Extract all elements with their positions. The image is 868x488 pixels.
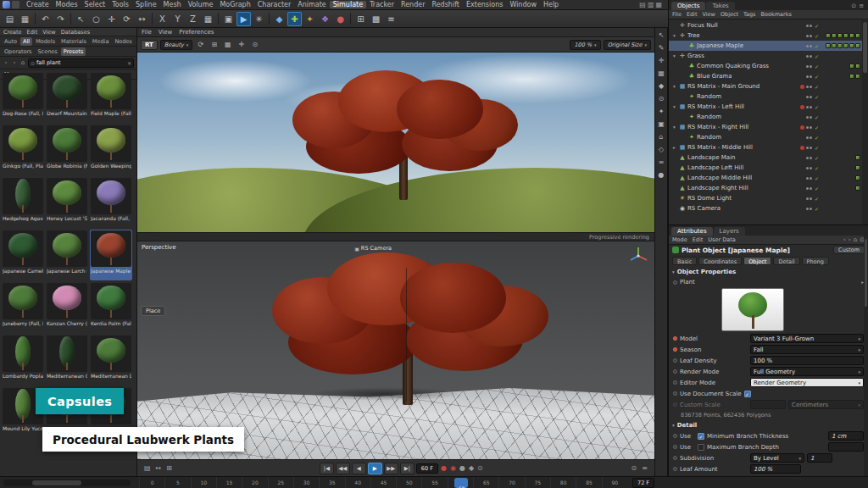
custom-scale-unit-dropdown[interactable]: Centimeters▾ — [788, 400, 864, 409]
enabled-check-icon[interactable]: ✓ — [814, 53, 820, 59]
toolbar-icon[interactable]: ▣ — [221, 12, 236, 26]
custom-button[interactable]: Custom — [833, 246, 865, 254]
object-tree-item[interactable]: ▸ ▦ RS Matrix - Middle Hill ✓ — [669, 142, 862, 152]
objects-menu-item[interactable]: Edit — [687, 11, 698, 18]
menubar-item[interactable]: Render — [398, 1, 428, 8]
object-tree-item[interactable]: ♣ Japanese Maple ✓ — [669, 41, 862, 51]
transport-aux-icon[interactable]: ≡ — [642, 464, 648, 472]
toolbar-icon[interactable]: ✛ — [104, 12, 119, 26]
plant-asset[interactable]: Golden Weeping Willo... — [90, 125, 132, 175]
toolbar-icon[interactable]: ◆ — [272, 12, 287, 26]
toolbar-icon[interactable]: ↔ — [135, 12, 149, 26]
plant-preview-thumbnail[interactable] — [721, 288, 784, 331]
visibility-dots[interactable] — [806, 147, 812, 149]
keyframe-dot[interactable] — [673, 336, 677, 341]
plant-asset[interactable]: Japanese Maple (Fall, ... — [90, 230, 132, 280]
min-branch-field[interactable]: 1 cm — [828, 431, 864, 441]
attribute-section-tab[interactable]: Object — [743, 257, 771, 265]
toolbar-icon[interactable]: ❖ — [318, 12, 332, 26]
visibility-dots[interactable] — [806, 157, 812, 159]
timeline-ruler[interactable]: 0 5 10 15 20 25 30 35 40 45 50 55 60 65 … — [139, 477, 627, 488]
window-layout-icon[interactable]: ▦ — [655, 1, 662, 8]
menubar-item[interactable]: Extensions — [463, 1, 506, 8]
asset-tab[interactable]: Nodes — [112, 37, 134, 46]
plant-asset[interactable]: Honey Locust 'Sunbur... — [46, 177, 88, 228]
size-mode-dropdown[interactable]: Original Size▾ — [604, 40, 651, 50]
timeline-scrollbar[interactable] — [3, 480, 131, 486]
zoom-dropdown[interactable]: 100 %▾ — [570, 40, 600, 50]
enabled-check-icon[interactable]: ✓ — [814, 43, 820, 49]
expand-arrow-icon[interactable]: ▾ — [671, 104, 677, 109]
enabled-check-icon[interactable]: ✓ — [814, 186, 820, 191]
object-tree-item[interactable]: ♣ Blue Grama ✓ — [669, 71, 862, 81]
objects-header-icon[interactable]: ≡ — [859, 3, 864, 9]
visibility-dots[interactable] — [806, 25, 812, 27]
render-view-icon[interactable]: ⟳ — [195, 41, 206, 48]
visibility-dots[interactable] — [806, 126, 812, 129]
side-tool-icon[interactable]: ● — [655, 169, 667, 180]
place-tool-chip[interactable]: Place — [141, 306, 165, 316]
object-tree-item[interactable]: ▾ ✛ Grass ✓ — [669, 51, 862, 61]
expand-arrow-icon[interactable]: ▾ — [671, 53, 677, 58]
toolbar-icon[interactable]: ≡ — [384, 12, 398, 26]
object-tree-item[interactable]: ▲ Landscape Middle Hill ✓ — [669, 173, 862, 183]
attribute-section-tab[interactable]: Detail — [773, 257, 799, 265]
aov-dropdown[interactable]: Beauty▾ — [160, 40, 192, 50]
end-frame-field[interactable]: 72 F — [632, 478, 654, 488]
forward-icon[interactable]: › — [11, 59, 18, 66]
model-dropdown[interactable]: Variant 3 Full-Grown▾ — [750, 334, 864, 343]
max-branch-field[interactable] — [828, 442, 864, 452]
toolbar-icon[interactable]: ▦ — [18, 12, 32, 26]
object-tree-item[interactable]: ✦ Random ✓ — [669, 132, 862, 142]
enabled-check-icon[interactable]: ✓ — [814, 206, 820, 212]
visibility-dots[interactable] — [806, 167, 812, 169]
plant-asset[interactable]: Dog-Rose (Fall, Plant) — [2, 72, 44, 123]
object-tree-item[interactable]: ▾ ✛ Tree ✓ — [669, 30, 862, 41]
asset-tab[interactable]: Auto — [2, 37, 19, 46]
toolbar-icon[interactable]: ↖ — [74, 12, 88, 26]
visibility-dots[interactable] — [806, 75, 812, 78]
material-chips[interactable] — [821, 33, 860, 38]
keyframe-dot[interactable] — [673, 380, 677, 385]
visibility-dots[interactable] — [806, 45, 812, 47]
visibility-dots[interactable] — [806, 55, 812, 58]
toolbar-icon[interactable]: ✳ — [252, 12, 266, 26]
menubar-item[interactable]: Select — [81, 1, 109, 8]
transport-button[interactable]: ▶| — [400, 463, 415, 474]
transport-aux-icon[interactable]: ⊞ — [166, 464, 172, 472]
toolbar-icon[interactable]: ○ — [89, 12, 103, 26]
object-tree-item[interactable]: ☀ RS Dome Light ✓ — [669, 193, 862, 203]
enabled-check-icon[interactable]: ✓ — [814, 135, 820, 141]
material-chips[interactable] — [821, 175, 860, 180]
attributes-tab[interactable]: Attributes — [671, 227, 713, 236]
attributes-header-icon[interactable]: › — [849, 236, 851, 243]
plant-asset[interactable]: Kentia Palm (Fall, Plant) — [90, 282, 132, 333]
subdivision-level-field[interactable]: 1 — [807, 453, 832, 463]
toolbar-icon[interactable]: ▦ — [201, 12, 215, 26]
object-tree-item[interactable]: ✛ Focus Null ✓ — [669, 20, 862, 30]
toolbar-icon[interactable]: ↷ — [53, 12, 68, 26]
window-layout-icon[interactable]: ▤ — [639, 1, 646, 8]
transport-aux-icon[interactable]: ⊙ — [632, 464, 637, 472]
expand-arrow-icon[interactable]: ▾ — [671, 33, 677, 38]
menubar-item[interactable]: Window — [506, 1, 540, 8]
render-view-icon[interactable]: ⊞ — [209, 41, 220, 48]
objects-header-icon[interactable]: ⊙ — [851, 3, 856, 9]
custom-scale-field[interactable] — [750, 400, 786, 409]
menubar-item[interactable]: Volume — [185, 1, 217, 8]
material-chips[interactable] — [821, 186, 860, 191]
asset-tab[interactable]: All — [20, 37, 32, 46]
expand-arrow-icon[interactable]: ▸ — [671, 145, 677, 150]
side-tool-icon[interactable]: ↖ — [655, 30, 667, 41]
app-logo-icon[interactable] — [3, 1, 10, 8]
playhead[interactable]: 60 — [454, 478, 468, 488]
toolbar-icon[interactable] — [350, 13, 351, 25]
objects-menu-item[interactable]: File — [672, 11, 682, 18]
side-tool-icon[interactable]: ⌂ — [655, 131, 667, 142]
toolbar-icon[interactable]: Z — [186, 12, 200, 26]
keyframe-dot[interactable] — [673, 456, 677, 460]
menubar-item[interactable]: Simulate — [330, 1, 366, 8]
asset-menu-item[interactable]: View — [42, 29, 55, 36]
axis-gizmo[interactable] — [627, 245, 649, 267]
search-input[interactable] — [36, 59, 125, 66]
